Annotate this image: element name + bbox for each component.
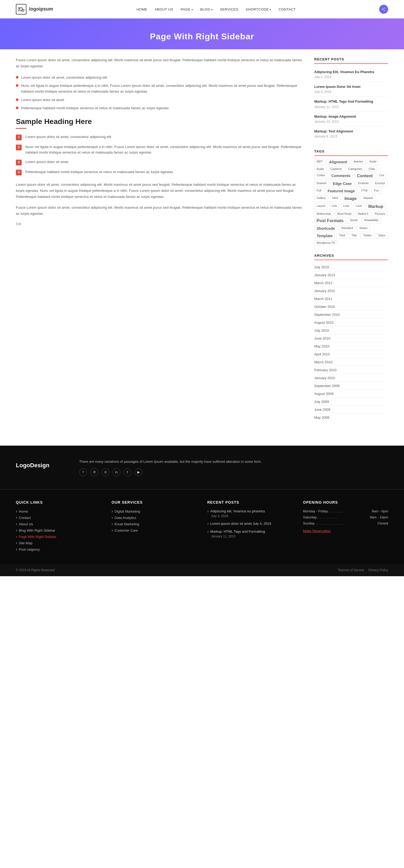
nav-item-home[interactable]: HOME xyxy=(137,7,147,11)
tag-tiled[interactable]: Tiled xyxy=(337,233,347,239)
recent-post-title[interactable]: Markup: HTML Tags And Formatting xyxy=(314,99,388,104)
quick-link-post-catgeory[interactable]: Post catgeory xyxy=(16,547,101,551)
tag-title[interactable]: Title xyxy=(349,233,359,239)
recent-post-title[interactable]: Markup: Text Alignment xyxy=(314,129,388,134)
tag-embeds[interactable]: Embeds xyxy=(356,181,371,187)
nav-item-shortcode[interactable]: SHORTCODE xyxy=(246,7,271,11)
tag-pictures[interactable]: Pictures xyxy=(372,211,387,216)
archive-item[interactable]: March 2012 xyxy=(314,279,388,287)
archive-item[interactable]: February 2010 xyxy=(314,366,388,374)
footer-post-title[interactable]: Markup: HTML Tags and Formatting xyxy=(207,529,293,534)
tag-dowork[interactable]: Dowork xyxy=(314,181,329,187)
nav-item-about-us[interactable]: ABOUT US xyxy=(155,7,173,11)
tag-codex[interactable]: Codex xyxy=(314,173,327,179)
archive-item[interactable]: August 2010 xyxy=(314,319,388,327)
make-reservation-link[interactable]: Make Reservation xyxy=(303,529,331,533)
tag-status[interactable]: Status xyxy=(357,225,370,231)
archive-item[interactable]: October 2010 xyxy=(314,303,388,311)
tag-nailed-it[interactable]: Nailed It xyxy=(355,211,371,216)
tag-8bit[interactable]: 8BIT xyxy=(314,159,325,165)
quick-link-about-us[interactable]: About Us xyxy=(16,522,101,526)
quick-link-page-with-right-sidebar[interactable]: Page With Right Sidebar xyxy=(16,534,101,539)
tag-full[interactable]: Full xyxy=(314,188,324,194)
tag-twitter[interactable]: Twitter xyxy=(361,233,374,239)
tag-lists[interactable]: Lists xyxy=(341,204,352,210)
archive-item[interactable]: June 2009 xyxy=(314,406,388,414)
logo[interactable]: logoipsum xyxy=(16,4,53,14)
tag-audio[interactable]: Audio xyxy=(314,166,326,171)
edit-link[interactable]: Edit xyxy=(16,222,21,226)
nav-item-services[interactable]: SERVICES xyxy=(220,7,238,11)
archive-item[interactable]: August 2009 xyxy=(314,390,388,398)
social-linkedin-icon[interactable]: in xyxy=(113,468,120,476)
archive-item[interactable]: July 2009 xyxy=(314,398,388,406)
tag-image[interactable]: Image xyxy=(342,195,359,202)
archive-item[interactable]: September 2010 xyxy=(314,311,388,319)
archive-item[interactable]: May 2009 xyxy=(314,414,388,421)
social-youtube-icon[interactable]: ▶ xyxy=(135,468,143,476)
recent-post-title[interactable]: Lorem Ipsum Dolor Sit Amet xyxy=(314,85,388,89)
service-item[interactable]: Email Marketing xyxy=(112,522,197,526)
archive-item[interactable]: July 2019 xyxy=(314,263,388,271)
tag-must-read[interactable]: Must Read xyxy=(335,211,353,216)
tag-readability[interactable]: Readability xyxy=(362,218,381,224)
archive-item[interactable]: January 2012 xyxy=(314,287,388,295)
quick-link-site-map[interactable]: Site Map xyxy=(16,541,101,545)
footer-post-title[interactable]: Lorem ipsum dolor sit amet July 4, 2019 xyxy=(207,522,293,526)
tag-aside[interactable]: Aside xyxy=(367,159,379,165)
tag-captions[interactable]: Captions xyxy=(328,166,344,171)
social-facebook-icon[interactable]: f xyxy=(79,468,87,476)
archive-item[interactable]: January 2013 xyxy=(314,271,388,279)
quick-link-home[interactable]: Home xyxy=(16,509,101,514)
archive-item[interactable]: January 2010 xyxy=(314,374,388,382)
archive-item[interactable]: June 2010 xyxy=(314,335,388,342)
tag-content[interactable]: Content xyxy=(354,173,375,179)
archive-item[interactable]: March 2010 xyxy=(314,358,388,366)
archive-item[interactable]: March 2011 xyxy=(314,295,388,303)
tag-fun[interactable]: Fun xyxy=(372,188,381,194)
tag-excerpt[interactable]: Excerpt xyxy=(373,181,387,187)
tag-layout[interactable]: Layout xyxy=(314,204,328,210)
tag-jetpack[interactable]: Jetpack xyxy=(361,195,375,202)
tag-comments[interactable]: Comments xyxy=(329,173,353,179)
tag-edge-case[interactable]: Edge Case xyxy=(330,181,354,187)
recent-post-title[interactable]: Markup: Image Alignment xyxy=(314,114,388,119)
archive-item[interactable]: May 2010 xyxy=(314,342,388,350)
tag-chat[interactable]: Chat xyxy=(366,166,377,171)
footer-bottom-link[interactable]: Privacy Policy xyxy=(368,568,388,572)
tag-alignment[interactable]: Alignment xyxy=(327,159,349,165)
tag-standard[interactable]: Standard xyxy=(339,225,355,231)
tag-shortcode[interactable]: Shortcode xyxy=(314,225,337,231)
nav-item-contact[interactable]: CONTACT xyxy=(279,7,296,11)
quick-link-blog-with-right-sidebar[interactable]: Blog With Right Sidebar xyxy=(16,528,101,532)
tag-markup[interactable]: Markup xyxy=(366,204,386,210)
footer-post-title[interactable]: Adipiscing elit, Vivamus eu pharetra xyxy=(207,509,293,514)
tag-template[interactable]: Template xyxy=(314,233,335,239)
tag-categories[interactable]: Categories xyxy=(346,166,365,171)
tag-css[interactable]: Css xyxy=(377,173,386,179)
archive-item[interactable]: April 2010 xyxy=(314,350,388,358)
tag-html[interactable]: Html xyxy=(330,195,341,202)
social-instagram-icon[interactable]: ⊙ xyxy=(102,468,109,476)
tag-featured-image[interactable]: Featured Image xyxy=(325,188,357,194)
service-item[interactable]: Customer Care xyxy=(112,528,197,532)
social-twitter-icon[interactable]: 𝕥 xyxy=(123,468,132,476)
nav-item-blog[interactable]: BLOG xyxy=(200,7,212,11)
share-button[interactable] xyxy=(379,5,388,14)
service-item[interactable]: Digital Marketing xyxy=(112,509,197,514)
tag-ftw[interactable]: FTW xyxy=(359,188,370,194)
tag-link[interactable]: Link xyxy=(329,204,339,210)
tag-wordpress.tv[interactable]: Wordpress.TV xyxy=(314,240,338,245)
quick-link-contact[interactable]: Contact xyxy=(16,516,101,520)
service-item[interactable]: Data Analytics xyxy=(112,516,197,520)
footer-bottom-link[interactable]: Tearrms of Service xyxy=(338,568,364,572)
social-pinterest-icon[interactable]: ℗ xyxy=(90,468,98,476)
recent-post-title[interactable]: Adipiscing Elit, Vivamus Eu Pharetra xyxy=(314,70,388,74)
tag-articles[interactable]: Articles xyxy=(351,159,366,165)
archive-item[interactable]: September 2009 xyxy=(314,382,388,390)
tag-video[interactable]: Video xyxy=(376,233,388,239)
nav-item-page[interactable]: PAGE xyxy=(181,7,193,11)
tag-gallery[interactable]: Gallery xyxy=(314,195,328,202)
tag-quote[interactable]: Quote xyxy=(347,218,360,224)
archive-item[interactable]: July 2010 xyxy=(314,327,388,335)
